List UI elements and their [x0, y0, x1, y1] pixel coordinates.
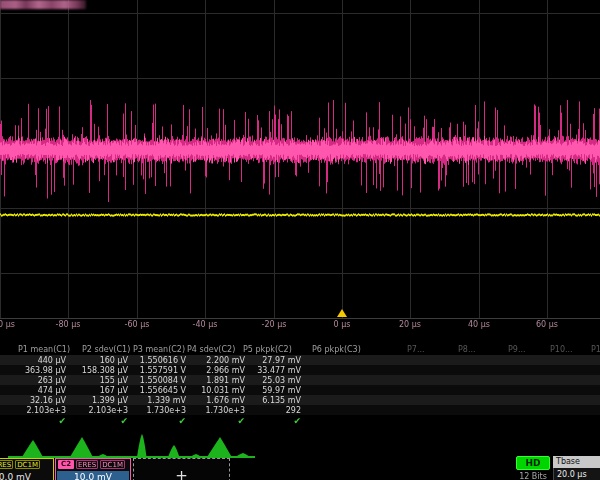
measure-value: 155 µV — [100, 376, 128, 385]
measure-value: 1.550084 V — [140, 376, 186, 385]
axis-tick-label: 0 µs — [312, 320, 372, 329]
axis-tick-label: 20 µs — [380, 320, 440, 329]
status-check-icon: ✔ — [58, 416, 66, 426]
c2-eres-badge: ERES — [76, 460, 98, 469]
axis-tick-label: -20 µs — [244, 320, 304, 329]
measure-value: 167 µV — [100, 386, 128, 395]
timebase-title: Tbase — [553, 456, 600, 468]
measure-column-header[interactable]: P4 sdev(C2) — [187, 345, 235, 354]
measure-column-header[interactable]: P6 pkpk(C3) — [312, 345, 361, 354]
measure-value: 292 — [286, 406, 301, 415]
measure-value: 1.556645 V — [140, 386, 186, 395]
measure-column-header[interactable]: P5 pkpk(C2) — [243, 345, 292, 354]
c2-badge-row: C2 ERES DC1M — [56, 459, 130, 470]
status-check-icon: ✔ — [237, 416, 245, 426]
hd-badge[interactable]: HD — [516, 456, 550, 470]
axis-tick-label: -40 µs — [175, 320, 235, 329]
measure-value: 1.891 mV — [206, 376, 245, 385]
channel-descriptor-c1[interactable]: C1 ERES DC1M 10.0 mV — [0, 458, 54, 480]
axis-tick-label: 60 µs — [517, 320, 577, 329]
measure-value: 32.16 µV — [30, 396, 66, 405]
measure-value: 363.98 µV — [25, 366, 66, 375]
measure-value: 6.135 mV — [262, 396, 301, 405]
axis-tick-label: -80 µs — [38, 320, 98, 329]
timebase-descriptor[interactable]: Tbase 20.0 µs — [553, 456, 600, 480]
measure-value: 1.730e+3 — [146, 406, 186, 415]
plus-icon: + — [175, 467, 188, 480]
measure-value: 1.730e+3 — [205, 406, 245, 415]
measure-column-header[interactable]: P1 mean(C1) — [18, 345, 70, 354]
measure-value: 25.03 mV — [262, 376, 301, 385]
c1-vertical-scale[interactable]: 10.0 mV — [0, 471, 52, 480]
measure-value: 33.477 mV — [257, 366, 301, 375]
hd-indicator: HD 12 Bits — [516, 456, 550, 480]
measure-value: 474 µV — [38, 386, 66, 395]
channel-descriptor-c2[interactable]: C2 ERES DC1M 10.0 mV — [55, 458, 131, 480]
measure-value: 2.200 mV — [206, 356, 245, 365]
measure-value: 2.966 mV — [206, 366, 245, 375]
measure-value: 158.308 µV — [82, 366, 128, 375]
measure-column-header[interactable]: P7... — [407, 345, 425, 354]
oscilloscope-screen: -100 µs-80 µs-60 µs-40 µs-20 µs0 µs20 µs… — [0, 0, 600, 480]
c1-badge-row: C1 ERES DC1M — [0, 459, 53, 470]
hd-bits-label: 12 Bits — [516, 472, 550, 480]
measure-value: 2.103e+3 — [88, 406, 128, 415]
status-check-icon: ✔ — [178, 416, 186, 426]
c1-coupling-badge: DC1M — [15, 460, 40, 469]
measure-value: 1.399 µV — [92, 396, 128, 405]
measure-column-header[interactable]: P10... — [550, 345, 573, 354]
measure-value: 440 µV — [38, 356, 66, 365]
measure-value: 1.550616 V — [140, 356, 186, 365]
axis-tick-label: -100 µs — [0, 320, 30, 329]
c2-coupling-badge: DC1M — [100, 460, 125, 469]
measure-value: 1.557591 V — [140, 366, 186, 375]
measure-value: 160 µV — [100, 356, 128, 365]
measure-value: 1.676 mV — [206, 396, 245, 405]
measure-column-header[interactable]: P8... — [458, 345, 476, 354]
measurement-table: P1 mean(C1)P2 sdev(C1)P3 mean(C2)P4 sdev… — [0, 343, 600, 435]
measure-value: 263 µV — [38, 376, 66, 385]
axis-tick-label: 40 µs — [449, 320, 509, 329]
status-check-icon: ✔ — [293, 416, 301, 426]
measure-column-header[interactable]: P9... — [508, 345, 526, 354]
measure-value: 27.97 mV — [262, 356, 301, 365]
measure-column-header[interactable]: P1... — [591, 345, 600, 354]
measure-column-header[interactable]: P2 sdev(C1) — [82, 345, 130, 354]
measure-value: 59.97 mV — [262, 386, 301, 395]
c2-label-badge[interactable]: C2 — [58, 460, 74, 469]
timebase-value: 20.0 µs — [553, 468, 600, 480]
axis-tick-label: -60 µs — [107, 320, 167, 329]
measure-value: 10.031 mV — [201, 386, 245, 395]
measure-value: 1.339 mV — [147, 396, 186, 405]
c2-vertical-scale[interactable]: 10.0 mV — [57, 471, 129, 480]
c1-eres-badge: ERES — [0, 460, 13, 469]
measure-column-header[interactable]: P3 mean(C2) — [133, 345, 185, 354]
measure-value: 2.103e+3 — [26, 406, 66, 415]
add-trace-button[interactable]: + — [133, 458, 230, 480]
cropped-pink-text — [0, 0, 86, 9]
status-check-icon: ✔ — [120, 416, 128, 426]
